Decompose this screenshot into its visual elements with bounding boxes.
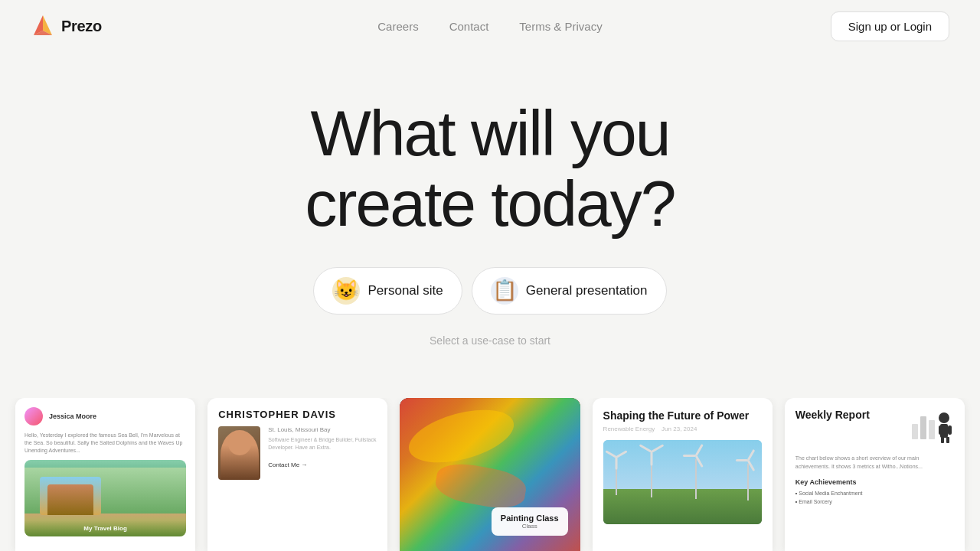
general-presentation-label: General presentation: [526, 283, 648, 298]
main-nav: Careers Contact Terms & Privacy: [377, 20, 602, 33]
general-presentation-emoji: 📋: [491, 277, 518, 305]
preview-strip: Jessica Moore Hello, Yesterday I explore…: [0, 398, 980, 551]
nav-terms[interactable]: Terms & Privacy: [519, 20, 602, 33]
select-hint: Select a use-case to start: [430, 334, 550, 347]
card-title: Shaping the Future of Power: [603, 409, 762, 422]
personal-site-button[interactable]: 😺 Personal site: [313, 267, 462, 315]
list-item: Email Sorcery: [795, 497, 954, 506]
preview-card-weekly-report: Weekly Report The chart below: [785, 398, 965, 551]
prezo-logo-icon: [31, 14, 55, 38]
card-title: Painting Class: [501, 514, 559, 523]
card-location: St. Louis, Missouri Bay: [268, 426, 377, 433]
personal-site-label: Personal site: [368, 283, 443, 298]
nav-careers[interactable]: Careers: [377, 20, 418, 33]
svg-rect-3: [912, 424, 918, 439]
card-section-title: Key Achievements: [795, 478, 954, 486]
card-description: Software Engineer & Bridge Builder, Full…: [268, 436, 377, 452]
card-items: Social Media Enchantment Email Sorcery: [795, 489, 954, 506]
logo[interactable]: Prezo: [31, 14, 102, 38]
svg-rect-11: [946, 437, 949, 443]
hero-title-line1: What will you: [311, 97, 670, 169]
card-image: [603, 440, 762, 524]
card-contact: Contact Me →: [268, 461, 307, 468]
preview-card-painting-class: Painting Class Class: [400, 398, 580, 551]
card-subtitle: Class: [501, 523, 559, 530]
svg-rect-9: [948, 425, 952, 435]
general-presentation-button[interactable]: 📋 General presentation: [472, 267, 667, 315]
preview-card-travel-blog: Jessica Moore Hello, Yesterday I explore…: [15, 398, 195, 551]
hero-title: What will you create today?: [305, 98, 675, 240]
use-case-buttons: 😺 Personal site 📋 General presentation: [313, 267, 666, 315]
list-item: Social Media Enchantment: [795, 489, 954, 497]
preview-card-christopher-davis: CHRISTOPHER DAVIS St. Louis, Missouri Ba…: [207, 398, 387, 551]
card-name: CHRISTOPHER DAVIS: [218, 409, 377, 420]
card-illustration: [908, 409, 954, 447]
svg-rect-10: [941, 437, 944, 443]
card-text: Hello, Yesterday I explored the famous S…: [24, 432, 186, 454]
nav-contact[interactable]: Contact: [449, 20, 489, 33]
logo-text: Prezo: [61, 18, 102, 35]
site-header: Prezo Careers Contact Terms & Privacy Si…: [0, 0, 980, 52]
card-description: The chart below shows a short overview o…: [795, 455, 954, 471]
card-date: Jun 23, 2024: [662, 425, 697, 432]
svg-rect-8: [939, 425, 942, 435]
svg-rect-4: [920, 416, 926, 439]
svg-point-6: [939, 412, 949, 423]
signup-button[interactable]: Sign up or Login: [831, 11, 949, 41]
hero-title-line2: create today?: [305, 168, 675, 240]
personal-site-emoji: 😺: [332, 277, 360, 305]
svg-rect-5: [929, 420, 935, 439]
card-photo: [218, 426, 260, 480]
card-meta: Renewable Energy Jun 23, 2024: [603, 425, 762, 432]
card-image: My Travel Blog: [24, 460, 186, 536]
preview-card-wind-energy: Shaping the Future of Power Renewable En…: [593, 398, 773, 551]
card-company: Renewable Energy: [603, 425, 655, 432]
card-author: Jessica Moore: [49, 412, 96, 420]
hero-section: What will you create today? 😺 Personal s…: [0, 52, 980, 370]
card-caption: My Travel Blog: [29, 525, 181, 532]
avatar: [24, 407, 43, 425]
card-title: Weekly Report: [795, 409, 870, 421]
